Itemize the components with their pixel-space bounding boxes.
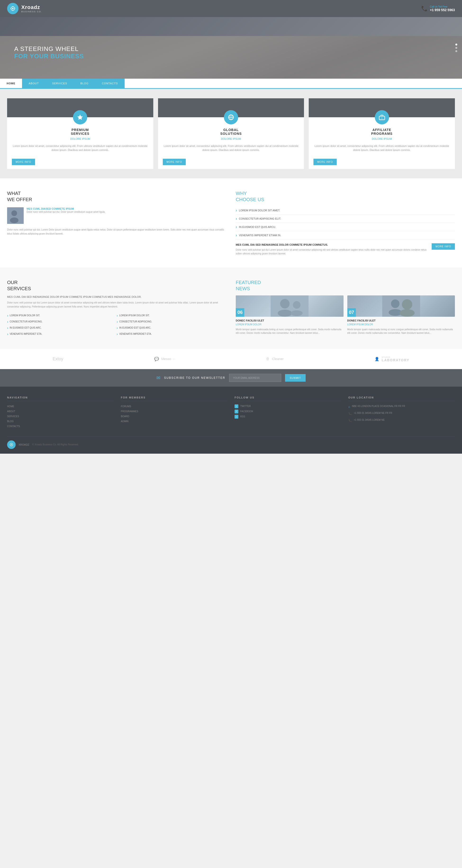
partners-section: Extoy 💬 Messo ··· 🗑 Cleaner 👤 STUDIO LAB…	[0, 349, 462, 369]
partner-lab-label: LABORATORY	[382, 358, 409, 362]
partner-extoy: Extoy	[53, 356, 63, 362]
news-right: FEATURED NEWS 06 DONEC FACILISI ULET LOR…	[236, 279, 455, 337]
footer-copyright: © Xroadz Business Co. All Rights Reserve…	[32, 443, 79, 446]
location-phone: 📞 +1 555 01 34545 LOREM NE FR FR	[348, 411, 455, 416]
social-rss-link[interactable]: ⌂ RSS	[235, 415, 341, 418]
location-phone2-text: +1 555 01 34545 LOREM NE	[354, 418, 384, 422]
hero-dot-2[interactable]	[455, 47, 457, 49]
phone-icon: 📞	[421, 5, 428, 11]
partner-extoy-label: Extoy	[53, 356, 63, 362]
feature-card-header-3	[309, 98, 455, 117]
brand-sub: BUSINESS CO.	[21, 10, 42, 13]
hero-content: A STEERING WHEEL FOR YOUR BUSINESS	[7, 38, 455, 67]
news-item-desc-2: Morbi tempor quam malesuada loning ut nu…	[347, 328, 455, 335]
offer-section: WHAT WE OFFER MES CUML DIASED COMMETE IP…	[0, 178, 462, 268]
newsletter-section: ✉ SUBSCRIBE TO OUR NEWSLETTER SUBMIT	[0, 369, 462, 386]
partner-messo: 💬 Messo ···	[154, 357, 175, 361]
svg-point-23	[402, 299, 412, 310]
svg-point-26	[11, 444, 12, 445]
feature-title: PREMIUM SERVICES	[12, 128, 149, 135]
feature-card-affiliate: AFFILIATE PROGRAMS DOLORE IPSUM Lorem ip…	[309, 98, 455, 169]
svg-point-24	[399, 309, 414, 317]
footer-nav-services[interactable]: SERVICES	[7, 415, 19, 417]
footer-location-col: OUR LOCATION ⌂ NBE 43 LONDON PLACE OCASI…	[348, 396, 455, 429]
svg-marker-6	[78, 115, 83, 120]
footer-nav-home[interactable]: HOME	[7, 405, 14, 408]
nav-home[interactable]: HOME	[0, 79, 22, 88]
social-twitter-link[interactable]: t TWITTER	[235, 404, 341, 408]
news-grid: 06 DONEC FACILISI ULET LOREM IPSUM DOLOR…	[236, 296, 455, 335]
nav-blog[interactable]: BLOG	[74, 79, 95, 88]
partner-messo-sub: ···	[173, 358, 175, 360]
social-twitter-label: TWITTER	[240, 405, 251, 407]
news-item-desc-1: Morbi tempor quam malesuada loning ut nu…	[236, 328, 343, 335]
service-item-2-3: IN EUISMOD EST QUIS ARC.	[117, 325, 226, 331]
why-list: LOREM IPSUM DOLOR SIT AMET. CONSECTETUR …	[236, 206, 455, 240]
feature-card-premium: PREMIUM SERVICES DOLORE IPSUM Lorem ipsu…	[7, 98, 153, 169]
footer-members-col: FOR MEMBERS FORUMS PROGRAMMES BOARD ADMI…	[121, 396, 227, 429]
footer-member-programmes[interactable]: PROGRAMMES	[121, 410, 138, 413]
news-item-sub-1: LOREM IPSUM DOLOR	[236, 323, 343, 326]
offer-right-head: MES CUML DIA SED INENIASINGE DOLOR COMME…	[236, 243, 427, 246]
feature-more-info-btn-2[interactable]: MORE INFO	[163, 159, 186, 165]
offer-more-info-wrap: MORE INFO	[432, 243, 455, 256]
cleaner-icon: 🗑	[266, 357, 270, 361]
logo-area: Xroadz BUSINESS CO.	[7, 3, 42, 14]
feature-card-header	[7, 98, 153, 117]
rss-icon: ⌂	[235, 415, 238, 418]
messo-icon: 💬	[154, 357, 159, 361]
nav-contacts[interactable]: CONTACTS	[95, 79, 125, 88]
service-item-2-2: CONSECTETUR ADIPISCING.	[117, 319, 226, 325]
footer-members-title: FOR MEMBERS	[121, 396, 227, 401]
footer-nav-contacts[interactable]: CONTACTS	[7, 425, 20, 428]
news-item-title-1: DONEC FACILISI ULET	[236, 319, 343, 322]
footer-nav-title: NAVIGATION	[7, 396, 114, 401]
phone-number: +1 959 552 5963	[430, 8, 455, 12]
offer-more-info-btn[interactable]: MORE INFO	[432, 243, 455, 250]
svg-point-18	[293, 301, 301, 309]
feature-card-footer-2: MORE INFO	[158, 156, 304, 169]
social-facebook-label: FACEBOOK	[240, 410, 253, 413]
service-item-1-1: LOREM IPSUM DOLOR SIT.	[7, 312, 117, 319]
hero-section: A STEERING WHEEL FOR YOUR BUSINESS	[0, 17, 462, 79]
feature-more-info-btn-1[interactable]: MORE INFO	[12, 159, 35, 165]
footer-member-board[interactable]: BOARD	[121, 415, 129, 417]
feature-card-header-2	[158, 98, 304, 117]
hero-dot-3[interactable]	[455, 50, 457, 52]
phone-text: Call Us Toll-Free +1 959 552 5963	[430, 5, 455, 12]
feature-icon-briefcase	[375, 110, 389, 124]
footer-nav-blog[interactable]: BLOG	[7, 420, 14, 423]
newsletter-submit-btn[interactable]: SUBMIT	[285, 374, 306, 382]
hero-dot-1[interactable]	[455, 43, 457, 45]
services-desc: Dolor nunc velit pulvinar qui dui Lorem …	[7, 301, 226, 309]
offer-person: MES CUML DIASED COMMETE IPSUM Dolor nunc…	[7, 207, 226, 224]
feature-desc: Lorem ipsum dolor sit amet, consectetur …	[12, 144, 149, 152]
footer-logo-icon	[7, 440, 16, 449]
footer-grid: NAVIGATION HOME ABOUT SERVICES BLOG CONT…	[7, 396, 455, 429]
footer-location-title: OUR LOCATION	[348, 396, 455, 401]
services-left: OUR SERVICES MES CUML DIA SED INENIASING…	[7, 279, 226, 337]
footer-member-forums[interactable]: FORUMS	[121, 405, 131, 408]
footer-nav-about[interactable]: ABOUT	[7, 410, 15, 413]
offer-person-image	[7, 207, 24, 224]
main-nav: HOME ABOUT SERVICES BLOG CONTACTS	[0, 79, 462, 89]
social-facebook-link[interactable]: f FACEBOOK	[235, 410, 341, 413]
footer-member-admin[interactable]: ADMIN	[121, 420, 128, 423]
location-address: ⌂ NBE 43 LONDON PLACE OCASIONAL FR FR FR	[348, 404, 455, 409]
nav-services[interactable]: SERVICES	[45, 79, 74, 88]
feature-desc-2: Lorem ipsum dolor sit amet, consectetur …	[163, 144, 300, 152]
newsletter-email-input[interactable]	[229, 374, 281, 382]
feature-icon-globe	[224, 110, 238, 124]
service-item-1-2: CONSECTETUR ADIPISCING.	[7, 319, 117, 325]
newsletter-icon: ✉	[156, 375, 160, 381]
service-item-2-4: VENENATIS IMPERDIET ETA.	[117, 331, 226, 337]
feature-desc-3: Lorem ipsum dolor sit amet, consectetur …	[313, 144, 450, 152]
feature-card-footer: MORE INFO	[7, 156, 153, 169]
nav-about[interactable]: ABOUT	[22, 79, 45, 88]
why-item-2: CONSECTETUR ADIPISCING ELIT.	[236, 215, 455, 223]
services-news-section: OUR SERVICES MES CUML DIA SED INENIASING…	[0, 268, 462, 349]
partner-cleaner: 🗑 Cleaner	[266, 357, 284, 361]
feature-more-info-btn-3[interactable]: MORE INFO	[313, 159, 337, 165]
svg-point-16	[280, 299, 289, 308]
news-item-title-2: DONEC FACILISI ULET	[347, 319, 455, 322]
